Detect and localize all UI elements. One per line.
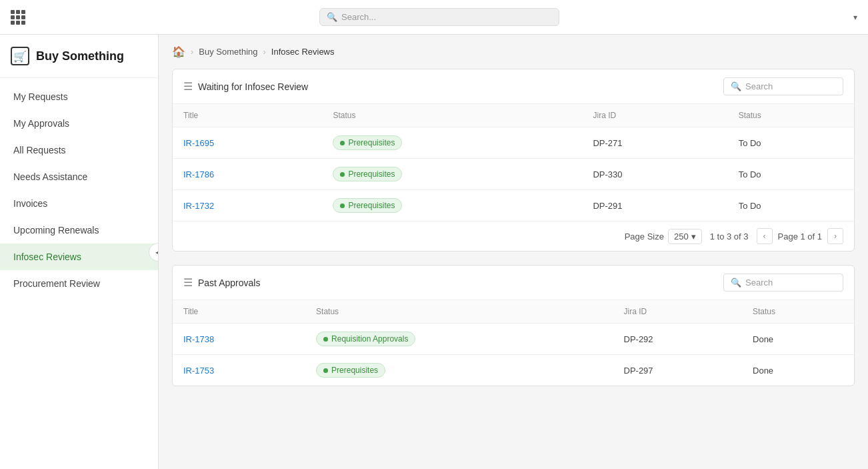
breadcrumb-current: Infosec Reviews xyxy=(271,47,335,57)
waiting-search-box[interactable]: 🔍 Search xyxy=(723,77,843,95)
topbar-dropdown-arrow[interactable]: ▾ xyxy=(853,13,857,22)
page-size-select[interactable]: 250 ▾ xyxy=(668,229,702,244)
past-table-header-row: Title Status Jira ID Status xyxy=(173,300,854,324)
waiting-search-icon: 🔍 xyxy=(731,81,741,91)
table-row: IR-1732 Prerequisites DP-291 To Do xyxy=(173,190,854,221)
next-page-button[interactable]: › xyxy=(827,228,843,244)
waiting-row-1-title: IR-1695 xyxy=(173,127,322,159)
waiting-row-1-jira: DP-271 xyxy=(582,127,727,159)
badge-dot xyxy=(323,337,328,342)
waiting-section-title-wrap: ☰ Waiting for Infosec Review xyxy=(183,80,308,93)
past-section: ☰ Past Approvals 🔍 Search Title Status J… xyxy=(172,265,855,386)
waiting-row-3-jira: DP-291 xyxy=(582,190,727,221)
waiting-row-1-badge: Prerequisites xyxy=(333,135,402,150)
past-row-1-status2: Done xyxy=(742,324,854,355)
breadcrumb: 🏠 › Buy Something › Infosec Reviews xyxy=(172,45,855,58)
table-row: IR-1753 Prerequisites DP-297 Done xyxy=(173,355,854,386)
past-search-icon: 🔍 xyxy=(731,278,741,288)
sidebar-item-invoices[interactable]: Invoices xyxy=(0,190,158,217)
past-search-placeholder: Search xyxy=(745,278,773,288)
sidebar-title: Buy Something xyxy=(36,49,124,63)
waiting-col-status: Status xyxy=(322,104,582,127)
sidebar: 🛒 Buy Something ◀ My Requests My Approva… xyxy=(0,35,159,469)
page-size-dropdown-icon: ▾ xyxy=(691,231,696,242)
waiting-search-placeholder: Search xyxy=(745,81,773,91)
waiting-row-3-title: IR-1732 xyxy=(173,190,322,221)
badge-dot xyxy=(323,368,328,373)
sidebar-item-my-approvals[interactable]: My Approvals xyxy=(0,110,158,137)
badge-dot xyxy=(340,172,345,177)
past-section-header: ☰ Past Approvals 🔍 Search xyxy=(173,266,854,300)
sidebar-logo-icon: 🛒 xyxy=(11,47,29,65)
breadcrumb-parent[interactable]: Buy Something xyxy=(199,47,257,57)
sidebar-header: 🛒 Buy Something xyxy=(0,35,158,78)
prev-page-button[interactable]: ‹ xyxy=(757,228,773,244)
waiting-section: ☰ Waiting for Infosec Review 🔍 Search Ti… xyxy=(172,69,855,252)
breadcrumb-sep-1: › xyxy=(191,47,193,57)
page-label: Page 1 of 1 xyxy=(778,231,823,242)
past-row-2-title: IR-1753 xyxy=(173,355,305,386)
sidebar-nav: My Requests My Approvals All Requests Ne… xyxy=(0,78,158,302)
table-row: IR-1738 Requisition Approvals DP-292 Don… xyxy=(173,324,854,355)
waiting-row-2-status: Prerequisites xyxy=(322,159,582,190)
past-col-status2: Status xyxy=(742,300,854,324)
waiting-row-3-status2: To Do xyxy=(728,190,854,221)
past-row-2-jira: DP-297 xyxy=(613,355,743,386)
badge-dot xyxy=(340,203,345,208)
table-row: IR-1786 Prerequisites DP-330 To Do xyxy=(173,159,854,190)
waiting-row-2-jira: DP-330 xyxy=(582,159,727,190)
past-section-title: Past Approvals xyxy=(198,278,260,288)
past-col-status: Status xyxy=(305,300,613,324)
main-layout: 🛒 Buy Something ◀ My Requests My Approva… xyxy=(0,35,868,469)
waiting-row-3-badge: Prerequisites xyxy=(333,198,402,213)
past-table: Title Status Jira ID Status IR-1738 Requ… xyxy=(173,300,854,386)
past-row-2-status: Prerequisites xyxy=(305,355,613,386)
page-size-container: Page Size 250 ▾ xyxy=(625,229,702,244)
waiting-section-header: ☰ Waiting for Infosec Review 🔍 Search xyxy=(173,69,854,104)
main-content: 🏠 › Buy Something › Infosec Reviews ☰ Wa… xyxy=(159,35,868,469)
page-size-label: Page Size xyxy=(625,231,664,242)
sidebar-item-all-requests[interactable]: All Requests xyxy=(0,137,158,163)
topbar: 🔍 Search... ▾ xyxy=(0,0,868,35)
apps-grid-icon[interactable] xyxy=(11,10,25,25)
waiting-row-1-status2: To Do xyxy=(728,127,854,159)
past-row-2-status2: Done xyxy=(742,355,854,386)
sidebar-item-needs-assistance[interactable]: Needs Assistance xyxy=(0,163,158,190)
sidebar-item-my-requests[interactable]: My Requests xyxy=(0,83,158,110)
sidebar-item-infosec-reviews[interactable]: Infosec Reviews xyxy=(0,244,158,270)
waiting-row-2-badge: Prerequisites xyxy=(333,167,402,181)
waiting-section-icon: ☰ xyxy=(183,80,193,93)
waiting-row-2-title: IR-1786 xyxy=(173,159,322,190)
waiting-col-jira: Jira ID xyxy=(582,104,727,127)
topbar-right: ▾ xyxy=(853,13,857,22)
waiting-table-header-row: Title Status Jira ID Status xyxy=(173,104,854,127)
badge-dot xyxy=(340,141,345,145)
waiting-row-2-link[interactable]: IR-1786 xyxy=(183,169,214,179)
topbar-left xyxy=(11,10,25,25)
past-search-box[interactable]: 🔍 Search xyxy=(723,274,843,292)
past-row-2-badge: Prerequisites xyxy=(316,363,385,378)
waiting-section-title: Waiting for Infosec Review xyxy=(198,81,308,92)
past-col-jira: Jira ID xyxy=(613,300,743,324)
search-icon: 🔍 xyxy=(327,12,337,22)
past-row-1-badge: Requisition Approvals xyxy=(316,332,415,346)
page-nav: ‹ Page 1 of 1 › xyxy=(757,228,844,244)
past-row-2-link[interactable]: IR-1753 xyxy=(183,366,214,376)
page-size-value: 250 xyxy=(674,231,689,242)
past-section-title-wrap: ☰ Past Approvals xyxy=(183,276,260,289)
waiting-row-3-link[interactable]: IR-1732 xyxy=(183,201,214,211)
waiting-col-title: Title xyxy=(173,104,322,127)
waiting-row-1-link[interactable]: IR-1695 xyxy=(183,138,214,148)
past-row-1-link[interactable]: IR-1738 xyxy=(183,334,214,344)
sidebar-item-upcoming-renewals[interactable]: Upcoming Renewals xyxy=(0,217,158,244)
sidebar-item-procurement-review[interactable]: Procurement Review xyxy=(0,270,158,297)
global-search-box[interactable]: 🔍 Search... xyxy=(319,8,559,26)
waiting-row-2-status2: To Do xyxy=(728,159,854,190)
breadcrumb-sep-2: › xyxy=(263,47,266,57)
waiting-row-3-status: Prerequisites xyxy=(322,190,582,221)
past-section-icon: ☰ xyxy=(183,276,193,289)
waiting-table: Title Status Jira ID Status IR-1695 Prer… xyxy=(173,104,854,221)
page-range: 1 to 3 of 3 xyxy=(710,231,749,242)
waiting-row-1-status: Prerequisites xyxy=(322,127,582,159)
breadcrumb-home-icon[interactable]: 🏠 xyxy=(172,45,185,58)
